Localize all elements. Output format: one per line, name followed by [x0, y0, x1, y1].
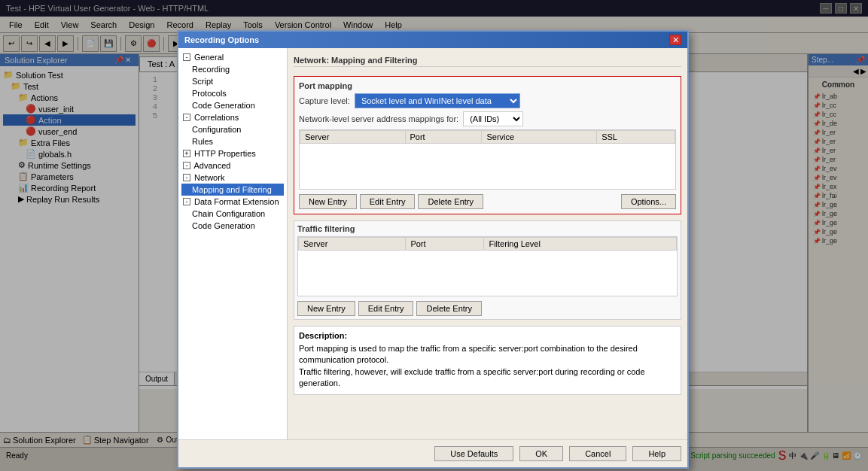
- delete-entry-btn-traffic[interactable]: Delete Entry: [416, 301, 482, 316]
- tree-item-parameters[interactable]: 📋 Parameters: [3, 171, 136, 182]
- expand-icon[interactable]: -: [183, 114, 190, 121]
- menu-help[interactable]: Help: [379, 19, 408, 31]
- mtree-configuration[interactable]: Configuration: [181, 123, 284, 135]
- close-btn[interactable]: ✕: [850, 3, 862, 14]
- output-tab[interactable]: Output: [139, 372, 175, 385]
- network-level-select[interactable]: (All IDs): [463, 111, 523, 126]
- modal-close-btn[interactable]: ✕: [669, 35, 681, 45]
- capture-level-select[interactable]: Socket level and WinINet level data: [355, 93, 520, 108]
- tree-item-solution[interactable]: 📁 Solution Test: [3, 69, 136, 81]
- options-btn[interactable]: Options...: [621, 194, 676, 209]
- tree-item-extra-files[interactable]: 📁 Extra Files: [3, 137, 136, 148]
- toolbar-btn-8[interactable]: 🔴: [143, 35, 160, 52]
- tree-item-actions[interactable]: 📁 Actions: [3, 92, 136, 103]
- edit-entry-btn-port[interactable]: Edit Entry: [360, 194, 416, 209]
- help-btn[interactable]: Help: [632, 446, 681, 461]
- edit-entry-btn-traffic[interactable]: Edit Entry: [358, 301, 414, 316]
- step-item[interactable]: 📌lr_cc: [812, 101, 865, 110]
- mtree-correlations[interactable]: - Correlations: [181, 111, 284, 123]
- step-item[interactable]: 📌lr_er: [812, 155, 865, 164]
- nav-btn-1[interactable]: ◀: [853, 67, 859, 75]
- mtree-advanced[interactable]: - Advanced: [181, 160, 284, 172]
- modal-tree: - General Recording Script Protocols Cod…: [178, 48, 288, 439]
- step-item[interactable]: 📌lr_cc: [812, 110, 865, 119]
- mtree-script[interactable]: Script: [181, 75, 284, 87]
- menu-view[interactable]: View: [55, 19, 85, 31]
- toolbar-btn-7[interactable]: ⚙: [125, 35, 142, 52]
- step-item[interactable]: 📌lr_de: [812, 119, 865, 128]
- tree-item-recording-report[interactable]: 📊 Recording Report: [3, 182, 136, 193]
- mtree-http-properties[interactable]: + HTTP Properties: [181, 147, 284, 160]
- mtree-general[interactable]: - General: [181, 51, 284, 63]
- panel-close-icon[interactable]: ✕: [125, 56, 134, 65]
- step-item[interactable]: 📌lr_ge: [812, 227, 865, 236]
- solution-explorer-tab[interactable]: 🗂 Solution Explorer: [3, 436, 76, 445]
- network-level-row: Network-level server address mappings fo…: [299, 111, 676, 126]
- toolbar-btn-3[interactable]: ◀: [39, 35, 56, 52]
- tree-item-replay-results[interactable]: ▶ Replay Run Results: [3, 193, 136, 205]
- tree-item-runtime-settings[interactable]: ⚙ Runtime Settings: [3, 160, 136, 171]
- step-item[interactable]: 📌lr_er: [812, 128, 865, 137]
- menu-search[interactable]: Search: [84, 19, 123, 31]
- step-item[interactable]: 📌lr_er: [812, 146, 865, 155]
- menu-version-control[interactable]: Version Control: [269, 19, 337, 31]
- tree-item-globals[interactable]: 📄 globals.h: [3, 148, 136, 160]
- expand-icon[interactable]: +: [183, 150, 190, 157]
- expand-icon[interactable]: -: [183, 53, 190, 61]
- toolbar-btn-1[interactable]: ↩: [3, 35, 20, 52]
- expand-icon[interactable]: -: [183, 174, 190, 181]
- modal-footer: Use Defaults OK Cancel Help: [178, 439, 687, 467]
- nav-btn-2[interactable]: ▶: [860, 67, 866, 75]
- mtree-code-gen-1[interactable]: Code Generation: [181, 99, 284, 111]
- use-defaults-btn[interactable]: Use Defaults: [434, 446, 513, 461]
- menu-tools[interactable]: Tools: [237, 19, 269, 31]
- tree-item-action[interactable]: 🔴 Action: [3, 114, 136, 126]
- step-item[interactable]: 📌lr_ge: [812, 218, 865, 227]
- tree-label: Actions: [31, 93, 58, 102]
- toolbar-btn-2[interactable]: ↪: [21, 35, 38, 52]
- output-bottom-icon[interactable]: ⚙: [157, 436, 163, 444]
- pin-icon[interactable]: 📌: [856, 56, 865, 64]
- step-item[interactable]: 📌lr_ev: [812, 173, 865, 182]
- expand-icon[interactable]: -: [183, 198, 190, 205]
- mtree-code-gen-2[interactable]: Code Generation: [181, 220, 284, 232]
- tree-item-vuser-init[interactable]: 🔴 vuser_init: [3, 103, 136, 114]
- step-item[interactable]: 📌lr_ab: [812, 92, 865, 101]
- mtree-network[interactable]: - Network: [181, 172, 284, 184]
- tree-item-vuser-end[interactable]: 🔴 vuser_end: [3, 126, 136, 137]
- toolbar-btn-4[interactable]: ▶: [57, 35, 74, 52]
- step-item[interactable]: 📌lr_ex: [812, 182, 865, 191]
- mtree-mapping-filtering[interactable]: Mapping and Filtering: [181, 184, 284, 196]
- tree-item-test[interactable]: 📁 Test: [3, 81, 136, 92]
- mtree-rules[interactable]: Rules: [181, 135, 284, 147]
- delete-entry-btn-port[interactable]: Delete Entry: [418, 194, 483, 209]
- step-item[interactable]: 📌lr_fai: [812, 191, 865, 200]
- toolbar-btn-6[interactable]: 💾: [100, 35, 117, 52]
- menu-replay[interactable]: Replay: [199, 19, 237, 31]
- mtree-data-format[interactable]: - Data Format Extension: [181, 196, 284, 208]
- menu-file[interactable]: File: [3, 19, 29, 31]
- panel-pin-btn[interactable]: 📌: [114, 56, 123, 65]
- step-item[interactable]: 📌lr_ge: [812, 200, 865, 209]
- expand-icon[interactable]: -: [183, 162, 190, 169]
- new-entry-btn-traffic[interactable]: New Entry: [297, 301, 355, 316]
- menu-edit[interactable]: Edit: [29, 19, 55, 31]
- mtree-protocols[interactable]: Protocols: [181, 87, 284, 99]
- cancel-btn[interactable]: Cancel: [569, 446, 626, 461]
- menu-window[interactable]: Window: [337, 19, 379, 31]
- menu-design[interactable]: Design: [123, 19, 160, 31]
- mtree-recording[interactable]: Recording: [181, 63, 284, 75]
- toolbar-btn-5[interactable]: 📄: [82, 35, 99, 52]
- menu-record[interactable]: Record: [160, 19, 199, 31]
- step-navigator-tab[interactable]: 📋 Step Navigator: [82, 435, 149, 445]
- mtree-chain-config[interactable]: Chain Configuration: [181, 208, 284, 220]
- step-item[interactable]: 📌lr_ev: [812, 164, 865, 173]
- minimize-btn[interactable]: ─: [820, 3, 832, 14]
- new-entry-btn-port[interactable]: New Entry: [299, 194, 357, 209]
- step-item[interactable]: 📌lr_ge: [812, 236, 865, 245]
- step-item[interactable]: 📌lr_er: [812, 137, 865, 146]
- ok-btn[interactable]: OK: [519, 446, 563, 461]
- maximize-btn[interactable]: □: [835, 3, 847, 14]
- pin-icon: 📌: [813, 129, 821, 136]
- step-item[interactable]: 📌lr_ge: [812, 209, 865, 218]
